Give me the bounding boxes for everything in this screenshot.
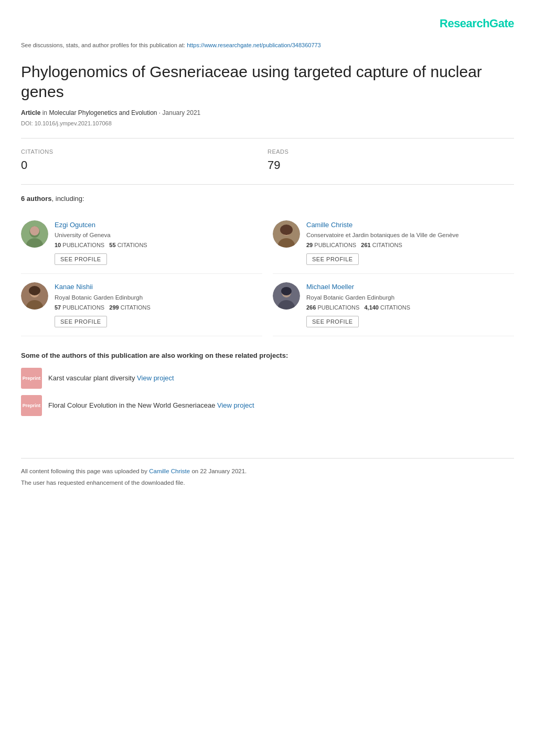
related-projects-heading: Some of the authors of this publication … <box>21 351 514 360</box>
author-name-camille[interactable]: Camille Christe <box>306 220 514 230</box>
author-stats-ezgi: 10 PUBLICATIONS 55 CITATIONS <box>55 241 262 249</box>
author-info-kanae: Kanae Nishii Royal Botanic Garden Edinbu… <box>55 282 262 327</box>
see-profile-button-ezgi[interactable]: SEE PROFILE <box>55 253 107 265</box>
divider-mid <box>21 184 514 185</box>
author-name-kanae[interactable]: Kanae Nishii <box>55 282 262 292</box>
authors-grid: Ezgi Ogutcen University of Geneva 10 PUB… <box>21 212 514 336</box>
author-info-michael: Michael Moeller Royal Botanic Garden Edi… <box>306 282 514 327</box>
authors-suffix: , including: <box>52 195 84 203</box>
publication-url[interactable]: https://www.researchgate.net/publication… <box>187 42 321 48</box>
see-profile-button-kanae[interactable]: SEE PROFILE <box>55 316 107 327</box>
article-separator: · <box>159 109 163 116</box>
author-info-camille: Camille Christe Conservatoire et Jardin … <box>306 220 514 265</box>
footer-uploader-link[interactable]: Camille Christe <box>149 468 190 474</box>
author-affiliation-kanae: Royal Botanic Garden Edinburgh <box>55 293 262 302</box>
author-name-michael[interactable]: Michael Moeller <box>306 282 514 292</box>
footer-disclaimer: The user has requested enhancement of th… <box>21 478 514 487</box>
article-doi: DOI: 10.1016/j.ympev.2021.107068 <box>21 120 514 127</box>
article-meta: Article in Molecular Phylogenetics and E… <box>21 109 514 118</box>
article-preposition: in <box>42 109 47 116</box>
site-link-text: See discussions, stats, and author profi… <box>21 42 185 48</box>
author-card-michael: Michael Moeller Royal Botanic Garden Edi… <box>273 274 514 336</box>
avatar-kanae <box>21 282 48 310</box>
author-affiliation-camille: Conservatoire et Jardin botaniques de la… <box>306 231 514 239</box>
project-link-floral[interactable]: View project <box>217 401 254 409</box>
article-date: January 2021 <box>163 109 201 116</box>
researchgate-logo: ResearchGate <box>440 16 514 32</box>
author-affiliation-ezgi: University of Geneva <box>55 231 262 239</box>
project-before-karst: Karst vascular plant diversity <box>48 374 135 382</box>
authors-count: 6 authors <box>21 195 52 203</box>
citations-stat: CITATIONS 0 <box>21 148 268 173</box>
avatar-camille <box>273 220 300 248</box>
author-card-ezgi: Ezgi Ogutcen University of Geneva 10 PUB… <box>21 212 262 274</box>
svg-point-3 <box>30 226 39 236</box>
author-stats-kanae: 57 PUBLICATIONS 299 CITATIONS <box>55 304 262 312</box>
see-profile-button-camille[interactable]: SEE PROFILE <box>306 253 359 265</box>
project-link-karst[interactable]: View project <box>137 374 174 382</box>
citations-value: 0 <box>21 157 268 174</box>
author-affiliation-michael: Royal Botanic Garden Edinburgh <box>306 293 514 302</box>
project-item-karst: Preprint Karst vascular plant diversity … <box>21 368 514 389</box>
author-stats-camille: 29 PUBLICATIONS 261 CITATIONS <box>306 241 514 249</box>
project-text-karst: Karst vascular plant diversity View proj… <box>48 374 174 383</box>
related-projects-section: Some of the authors of this publication … <box>21 351 514 416</box>
project-thumb-floral: Preprint <box>21 395 42 416</box>
article-title: Phylogenomics of Gesneriaceae using targ… <box>21 62 514 101</box>
stats-row: CITATIONS 0 READS 79 <box>21 148 514 173</box>
project-thumb-karst: Preprint <box>21 368 42 389</box>
avatar-michael <box>273 282 300 310</box>
see-profile-button-michael[interactable]: SEE PROFILE <box>306 316 359 327</box>
reads-label: READS <box>268 148 514 156</box>
project-text-floral: Floral Colour Evolution in the New World… <box>48 401 254 410</box>
svg-point-7 <box>280 225 293 235</box>
author-info-ezgi: Ezgi Ogutcen University of Geneva 10 PUB… <box>55 220 262 265</box>
site-link-bar: See discussions, stats, and author profi… <box>21 41 514 49</box>
authors-heading: 6 authors, including: <box>21 194 514 204</box>
reads-stat: READS 79 <box>268 148 514 173</box>
reads-value: 79 <box>268 157 514 174</box>
header-bar: ResearchGate <box>21 10 514 41</box>
project-item-floral: Preprint Floral Colour Evolution in the … <box>21 395 514 416</box>
avatar-ezgi <box>21 220 48 248</box>
svg-point-15 <box>281 287 292 295</box>
article-journal: Molecular Phylogenetics and Evolution <box>49 109 157 116</box>
project-before-floral: Floral Colour Evolution in the New World… <box>48 401 215 409</box>
author-card-camille: Camille Christe Conservatoire et Jardin … <box>273 212 514 274</box>
footer-bar: All content following this page was uplo… <box>21 458 514 487</box>
footer-upload-text: All content following this page was uplo… <box>21 467 514 475</box>
svg-point-11 <box>29 286 40 295</box>
author-stats-michael: 266 PUBLICATIONS 4,140 CITATIONS <box>306 304 514 312</box>
author-name-ezgi[interactable]: Ezgi Ogutcen <box>55 220 262 230</box>
article-type: Article <box>21 109 40 116</box>
citations-label: CITATIONS <box>21 148 268 156</box>
author-card-kanae: Kanae Nishii Royal Botanic Garden Edinbu… <box>21 274 262 336</box>
divider-top <box>21 138 514 139</box>
